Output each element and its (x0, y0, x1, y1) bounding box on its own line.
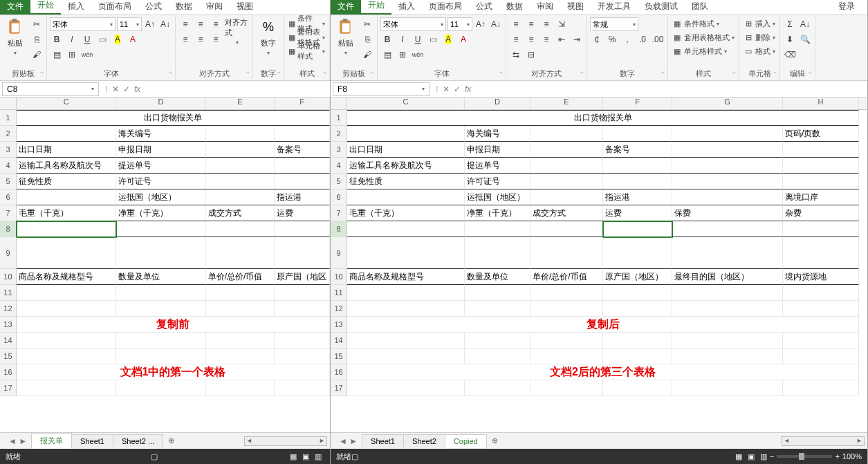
cell[interactable] (206, 301, 275, 317)
row-head-10[interactable]: 10 (0, 269, 17, 285)
align-center-icon[interactable]: ≡ (194, 33, 207, 46)
format-painter-icon[interactable]: 🖌 (360, 48, 374, 62)
cell[interactable] (347, 221, 465, 237)
clear-icon[interactable]: ⌫ (783, 48, 797, 62)
font-name-combo[interactable]: 宋体▾ (50, 17, 116, 31)
paste-button[interactable]: 粘贴▾ (3, 17, 28, 56)
cell[interactable]: 运抵国（地区） (116, 189, 205, 205)
row-head-8[interactable]: 8 (331, 221, 347, 237)
row-head-17[interactable]: 17 (331, 380, 347, 396)
cell[interactable] (783, 333, 859, 349)
cell[interactable]: 海关编号 (465, 126, 530, 142)
row-head-4[interactable]: 4 (0, 158, 17, 174)
cancel-icon[interactable]: ✕ (112, 84, 119, 94)
row-head-10[interactable]: 10 (331, 269, 347, 285)
cell[interactable] (206, 349, 275, 364)
row-head-12[interactable]: 12 (331, 301, 347, 317)
tab-开始[interactable]: 开始 (30, 0, 61, 15)
cell[interactable]: 出口货物报关单 (17, 110, 330, 126)
cell[interactable]: 运费 (603, 205, 672, 221)
record-macro-icon[interactable]: ▢ (351, 452, 358, 461)
cell[interactable] (206, 158, 275, 174)
row-head-15[interactable]: 15 (331, 349, 347, 364)
copy-icon[interactable]: ⎘ (360, 33, 374, 46)
row-head-13[interactable]: 13 (0, 317, 17, 333)
row-head-17[interactable]: 17 (0, 380, 17, 396)
align-right-icon[interactable]: ≡ (209, 33, 223, 46)
cell[interactable]: 毛重（千克） (347, 205, 465, 221)
font-name-combo[interactable]: 宋体▾ (380, 17, 446, 31)
row-head-6[interactable]: 6 (0, 189, 17, 205)
cell[interactable] (347, 189, 465, 205)
merge-icon[interactable]: ⊞ (65, 48, 79, 62)
cell[interactable] (672, 333, 783, 349)
col-head-D[interactable]: D (116, 98, 205, 109)
cell[interactable] (116, 349, 205, 364)
cell[interactable]: 海关编号 (116, 126, 205, 142)
underline-icon[interactable]: U (80, 33, 94, 46)
row-head-5[interactable]: 5 (331, 174, 347, 189)
merge-icon[interactable]: ⊞ (396, 48, 409, 62)
cell[interactable] (603, 126, 672, 142)
sheet-tab-报关单[interactable]: 报关单 (31, 433, 72, 449)
cell[interactable] (347, 349, 465, 364)
italic-icon[interactable]: I (65, 33, 79, 46)
cell[interactable]: 单价/总价/币值 (530, 269, 603, 285)
cell[interactable] (17, 126, 116, 142)
cell[interactable] (783, 380, 859, 396)
cell[interactable] (465, 285, 530, 301)
cell[interactable] (275, 285, 330, 301)
grow-font-icon[interactable]: A↑ (143, 17, 157, 31)
cell[interactable]: 申报日期 (116, 142, 205, 158)
cell[interactable] (17, 237, 116, 269)
sheet-nav[interactable]: ◄ ► (4, 436, 31, 446)
cell[interactable]: 许可证号 (116, 174, 205, 189)
insert-cells-button[interactable]: ⊞插入 ▾ (742, 17, 777, 30)
sort-icon[interactable]: A↓ (798, 17, 812, 31)
autosum-icon[interactable]: Σ (783, 17, 797, 31)
format-as-table-button[interactable]: ▦套用表格格式 ▾ (671, 31, 736, 44)
zoom-level[interactable]: 100% (842, 452, 862, 461)
cell[interactable] (672, 142, 783, 158)
tab-视图[interactable]: 视图 (230, 0, 260, 15)
cell-styles-button[interactable]: ▦单元格样式 ▾ (671, 45, 736, 57)
h-scrollbar[interactable] (782, 436, 865, 446)
cell[interactable]: 原产国（地区） (603, 269, 672, 285)
cell[interactable]: 商品名称及规格型号 (17, 269, 116, 285)
cell[interactable] (17, 285, 116, 301)
cell[interactable] (17, 221, 116, 237)
tab-数据[interactable]: 数据 (499, 0, 530, 15)
cell[interactable]: 出口货物报关单 (347, 110, 859, 126)
bold-icon[interactable]: B (50, 33, 64, 46)
col-head-F[interactable]: F (603, 98, 672, 109)
sheet-nav[interactable]: ◄ ► (335, 436, 362, 446)
cell[interactable] (603, 301, 672, 317)
cell[interactable] (603, 237, 672, 269)
row-head-16[interactable]: 16 (0, 364, 17, 380)
sheet-tab-Sheet2 ...[interactable]: Sheet2 ... (113, 434, 163, 447)
cell[interactable] (116, 380, 205, 396)
cell[interactable] (116, 285, 205, 301)
font-color-icon[interactable]: A (456, 33, 470, 46)
grid[interactable]: CDEF1出口货物报关单2海关编号3出口日期申报日期备案号4运输工具名称及航次号… (0, 98, 330, 432)
cell[interactable] (206, 174, 275, 189)
phonetic-icon[interactable]: wén (411, 48, 425, 62)
border2-icon[interactable]: ▤ (50, 48, 64, 62)
cell[interactable] (347, 333, 465, 349)
cell[interactable] (275, 349, 330, 364)
cell[interactable] (465, 237, 530, 269)
col-head-C[interactable]: C (17, 98, 116, 109)
cell[interactable] (347, 126, 465, 142)
sheet-tab-Sheet1[interactable]: Sheet1 (362, 434, 404, 447)
align-center-icon[interactable]: ≡ (524, 33, 538, 46)
cell[interactable]: 备案号 (603, 142, 672, 158)
cell[interactable] (465, 221, 530, 237)
view-pagebreak-icon[interactable]: ▥ (315, 452, 322, 461)
add-sheet-button[interactable]: ⊕ (486, 434, 504, 447)
cell[interactable] (275, 237, 330, 269)
cell[interactable] (17, 380, 116, 396)
cell[interactable] (116, 221, 205, 237)
row-head-14[interactable]: 14 (331, 333, 347, 349)
fill-color-icon[interactable]: A (441, 33, 455, 46)
copy-icon[interactable]: ⎘ (30, 33, 44, 46)
